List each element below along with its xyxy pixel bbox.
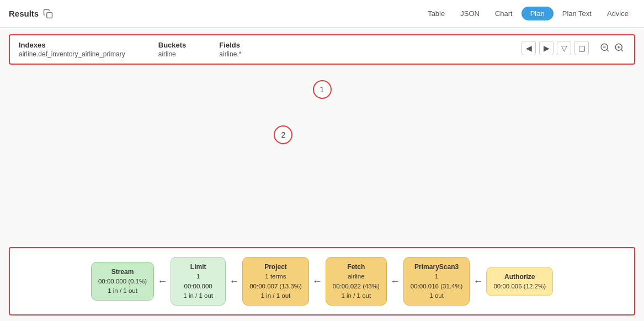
node-project-time: 00:00.007 (13.3%): [249, 282, 302, 291]
step1-container: 1: [313, 80, 332, 99]
tab-chart[interactable]: Chart: [488, 7, 519, 20]
arrow-5: ←: [473, 276, 483, 287]
fields-label: Fields: [219, 41, 241, 49]
tab-plan-text[interactable]: Plan Text: [556, 7, 598, 20]
node-fetch-time: 00:00.022 (43%): [333, 282, 380, 291]
step1-circle: 1: [313, 80, 332, 99]
buckets-value: airline: [158, 50, 187, 58]
node-authorize-title: Authorize: [493, 272, 546, 282]
node-authorize: Authorize 00:00.006 (12.2%): [486, 267, 553, 296]
tab-json[interactable]: JSON: [454, 7, 486, 20]
node-primary-scan-count: 1: [411, 272, 463, 281]
buckets-label: Buckets: [158, 41, 187, 49]
arrow-2: ←: [229, 276, 239, 287]
copy-button[interactable]: [43, 9, 53, 19]
nav-tabs: Table JSON Chart Plan Plan Text Advice: [421, 7, 635, 20]
top-bar: Results Table JSON Chart Plan Plan Text …: [0, 0, 644, 28]
node-primary-scan-title: PrimaryScan3: [411, 262, 463, 272]
node-limit-time: 00:00.000: [178, 282, 219, 291]
tab-advice[interactable]: Advice: [600, 7, 635, 20]
arrow-1: ←: [157, 276, 167, 287]
arrow-3: ←: [312, 276, 322, 287]
flow-area: 1 2 Stream 00:00.000 (0.1%) 1 in / 1 out…: [0, 65, 644, 321]
node-primary-scan: PrimaryScan3 1 00:00.016 (31.4%) 1 out: [403, 257, 470, 306]
node-fetch-io: 1 in / 1 out: [333, 291, 380, 301]
node-project-io: 1 in / 1 out: [249, 291, 302, 301]
next-button[interactable]: ▶: [539, 41, 553, 55]
expand-button[interactable]: ▢: [574, 41, 589, 55]
svg-rect-0: [47, 12, 52, 18]
prev-button[interactable]: ◀: [521, 41, 536, 55]
node-stream-io: 1 in / 1 out: [98, 286, 147, 296]
zoom-out-button[interactable]: [599, 41, 611, 55]
node-limit-count: 1: [178, 272, 219, 281]
step2-circle: 2: [274, 125, 292, 144]
node-limit: Limit 1 00:00.000 1 in / 1 out: [171, 257, 226, 306]
node-stream-time: 00:00.000 (0.1%): [98, 277, 147, 286]
main-content: Indexes airline.def_inventory_airline_pr…: [0, 28, 644, 321]
node-primary-scan-time: 00:00.016 (31.4%): [411, 282, 463, 291]
fields-section: Fields airline.*: [219, 41, 241, 58]
tab-plan[interactable]: Plan: [521, 7, 553, 20]
info-controls: ◀ ▶ ▽ ▢: [521, 41, 625, 55]
node-limit-io: 1 in / 1 out: [178, 291, 219, 301]
zoom-in-button[interactable]: [613, 41, 625, 55]
info-bar: Indexes airline.def_inventory_airline_pr…: [9, 34, 635, 65]
node-project-terms: 1 terms: [249, 272, 302, 281]
step2-container: 2: [274, 125, 292, 144]
node-fetch-bucket: airline: [333, 272, 380, 281]
app-container: Results Table JSON Chart Plan Plan Text …: [0, 0, 644, 321]
svg-line-5: [621, 49, 622, 51]
node-project-title: Project: [249, 262, 302, 272]
fields-value: airline.*: [219, 50, 241, 58]
node-fetch: Fetch airline 00:00.022 (43%) 1 in / 1 o…: [326, 257, 387, 306]
node-primary-scan-out: 1 out: [411, 291, 463, 301]
results-label: Results: [9, 9, 39, 18]
collapse-button[interactable]: ▽: [557, 41, 571, 55]
indexes-section: Indexes airline.def_inventory_airline_pr…: [19, 41, 125, 58]
node-limit-title: Limit: [178, 262, 219, 272]
nodes-section: Stream 00:00.000 (0.1%) 1 in / 1 out ← L…: [9, 247, 635, 315]
node-stream-title: Stream: [98, 267, 147, 277]
buckets-section: Buckets airline: [158, 41, 187, 58]
indexes-value: airline.def_inventory_airline_primary: [19, 50, 125, 58]
svg-line-2: [606, 49, 608, 51]
node-project: Project 1 terms 00:00.007 (13.3%) 1 in /…: [242, 257, 309, 306]
zoom-controls: [599, 41, 625, 55]
node-fetch-title: Fetch: [333, 262, 380, 272]
tab-table[interactable]: Table: [421, 7, 451, 20]
indexes-label: Indexes: [19, 41, 125, 49]
node-stream: Stream 00:00.000 (0.1%) 1 in / 1 out: [91, 262, 154, 301]
arrow-4: ←: [390, 276, 400, 287]
node-authorize-time: 00:00.006 (12.2%): [493, 282, 546, 291]
